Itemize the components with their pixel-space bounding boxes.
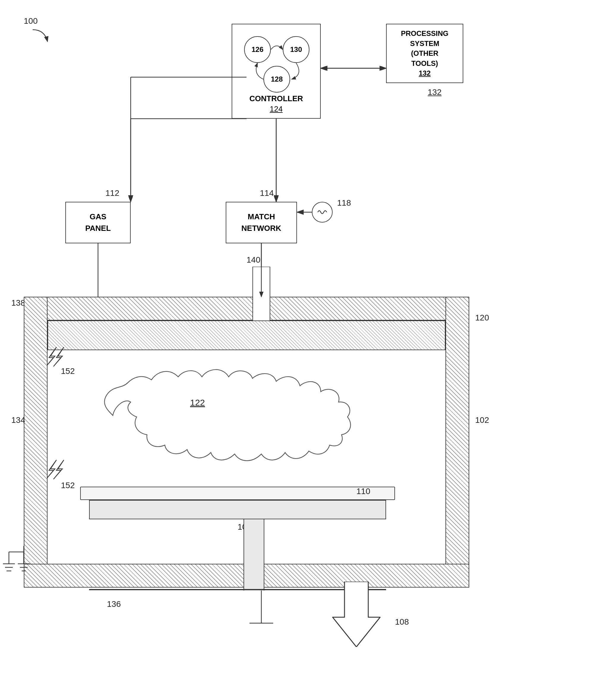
rf-source (312, 202, 333, 222)
processing-line3: (OTHER (401, 48, 448, 59)
ref-152-lower-label: 152 (61, 481, 75, 490)
ref-138-label: 138 (11, 298, 25, 308)
processing-box: PROCESSING SYSTEM (OTHER TOOLS) 132 (386, 24, 463, 83)
ref-110-label: 110 (356, 487, 370, 496)
ref-100-arrow (30, 27, 53, 45)
processing-line4: TOOLS) (401, 59, 448, 69)
match-network-line2: NETWORK (241, 222, 281, 234)
ref-112-label: 112 (106, 188, 119, 198)
processing-line1: PROCESSING (401, 29, 448, 38)
ref-140-label: 140 (246, 255, 260, 265)
svg-marker-22 (333, 582, 380, 647)
lightning-152-upper (48, 344, 71, 368)
ref-152-upper-label: 152 (61, 366, 75, 376)
ref-132-label: 132 (428, 87, 442, 97)
pedestal (89, 500, 386, 519)
ref-108-label: 108 (395, 617, 409, 627)
ref-114-label: 114 (260, 188, 274, 198)
showerhead (48, 320, 446, 350)
ref-118-label: 118 (337, 198, 351, 208)
gas-panel-line2: PANEL (85, 222, 111, 234)
pedestal-support (243, 519, 264, 590)
gas-panel-box: GAS PANEL (65, 202, 131, 243)
ref-102-label: 102 (475, 415, 489, 425)
processing-line2: SYSTEM (401, 38, 448, 49)
gas-panel-line1: GAS (85, 211, 111, 222)
controller-ref: 124 (232, 104, 320, 114)
processing-ref: 132 (401, 68, 448, 78)
lightning-152-lower (48, 457, 71, 481)
match-network-box: MATCH NETWORK (226, 202, 297, 243)
match-network-line1: MATCH (241, 211, 281, 222)
plasma-cloud (83, 362, 365, 469)
wall-left (24, 297, 48, 587)
ref-134-label: 134 (11, 415, 25, 425)
ref-120-label: 120 (475, 313, 489, 322)
wall-top (24, 297, 469, 320)
controller-label: CONTROLLER (232, 94, 320, 103)
controller-box: 126 130 128 CONTROLLER 124 (232, 24, 321, 119)
ref-122-label: 122 (190, 398, 205, 408)
diagram: 100 126 130 128 (0, 0, 610, 700)
wafer (80, 487, 395, 500)
wall-right (446, 297, 469, 587)
ground-symbol (0, 546, 36, 576)
pump-arrow (327, 582, 386, 647)
ref-100-label: 100 (24, 16, 38, 26)
gas-inlet (253, 267, 270, 320)
ref-136-label: 136 (107, 599, 121, 609)
